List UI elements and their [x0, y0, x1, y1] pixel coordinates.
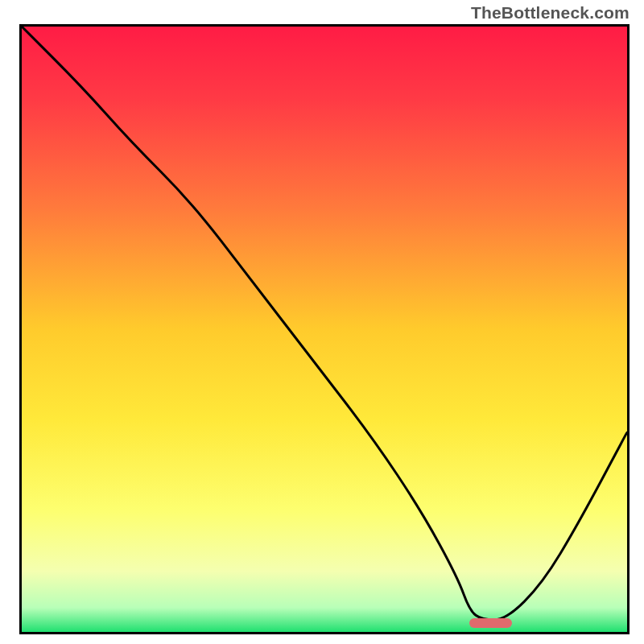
chart-background-gradient [22, 27, 627, 632]
chart-frame [19, 24, 630, 634]
watermark-text: TheBottleneck.com [471, 3, 630, 23]
optimal-range-marker [469, 618, 512, 628]
